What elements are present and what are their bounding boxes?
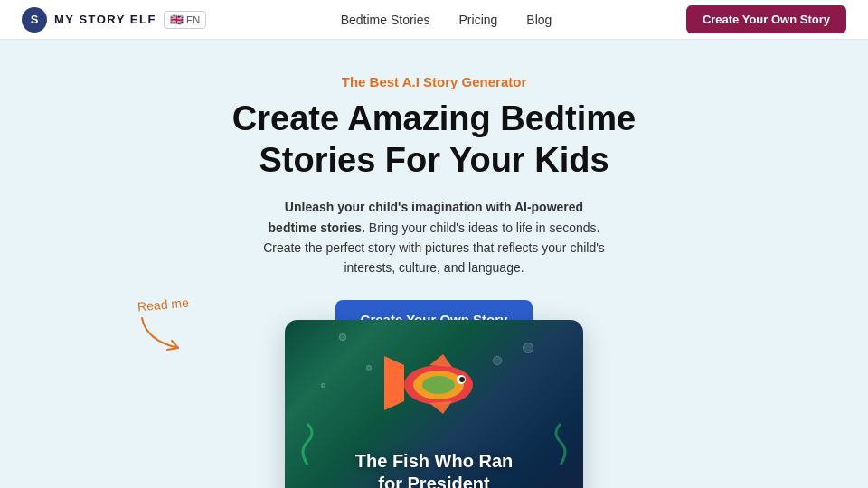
bubble-4 (493, 356, 502, 365)
nav-item-blog[interactable]: Blog (526, 12, 552, 28)
read-me-arrow-icon (137, 314, 187, 354)
bubble-5 (321, 383, 326, 388)
nav-item-bedtime-stories[interactable]: Bedtime Stories (341, 12, 430, 28)
bubble-2 (523, 343, 533, 353)
logo-icon: S (22, 7, 47, 33)
language-selector[interactable]: 🇬🇧 EN (164, 11, 206, 29)
brand-name: MY STORY ELF (54, 13, 156, 26)
story-card-title: The Fish Who Ran for President (337, 450, 531, 488)
hero-title: Create Amazing Bedtime Stories For Your … (232, 99, 636, 181)
read-me-label: Read me (137, 296, 189, 314)
bubble-3 (366, 365, 372, 371)
story-card-background: The Fish Who Ran for President (285, 320, 583, 488)
svg-point-3 (422, 376, 455, 394)
svg-marker-1 (384, 356, 404, 410)
flag-icon: 🇬🇧 (170, 14, 184, 26)
hero-title-line2: Stories For Your Kids (259, 141, 609, 179)
bubble-1 (339, 333, 346, 341)
svg-marker-6 (429, 354, 452, 367)
seaweed-right (547, 419, 574, 465)
nav-links: Bedtime Stories Pricing Blog (341, 12, 552, 28)
nav-cta-button[interactable]: Create Your Own Story (686, 5, 846, 33)
hero-subtitle: The Best A.I Story Generator (342, 74, 527, 89)
seaweed-left (294, 419, 321, 465)
svg-marker-7 (429, 401, 452, 414)
fish-illustration (380, 347, 488, 419)
hero-description: Unleash your child's imagination with AI… (262, 197, 606, 278)
story-title-text: The Fish Who Ran for President (355, 450, 513, 488)
nav-item-pricing[interactable]: Pricing (459, 12, 498, 28)
read-me-annotation: Read me (137, 297, 189, 358)
hero-title-line1: Create Amazing Bedtime (232, 99, 636, 137)
story-card-preview[interactable]: The Fish Who Ran for President (285, 320, 583, 488)
navbar: S MY STORY ELF 🇬🇧 EN Bedtime Stories Pri… (0, 0, 868, 40)
svg-point-5 (459, 377, 465, 382)
hero-section: The Best A.I Story Generator Create Amaz… (0, 40, 868, 417)
navbar-brand: S MY STORY ELF 🇬🇧 EN (22, 7, 206, 33)
